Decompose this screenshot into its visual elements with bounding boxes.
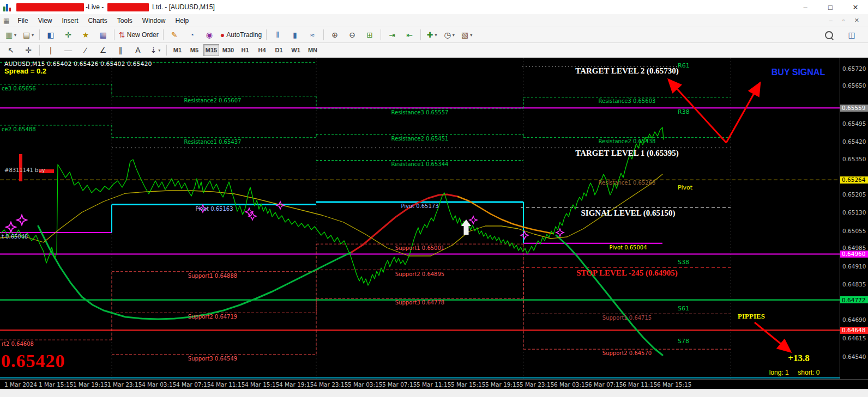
- new-chart-button[interactable]: ▥▾: [2, 28, 20, 42]
- chart-bars-icon: ‖: [276, 30, 279, 39]
- ma-slow-green-left: [38, 226, 352, 319]
- menu-help[interactable]: Help: [171, 15, 194, 26]
- arrows-tool-button[interactable]: ⇣▾: [147, 43, 164, 57]
- child-close-button[interactable]: ✕: [854, 17, 859, 24]
- timeframe-d1[interactable]: D1: [271, 44, 287, 56]
- templates-button[interactable]: ▧▾: [458, 28, 475, 42]
- community-button[interactable]: ◫: [843, 28, 860, 42]
- chart-area[interactable]: AUDUSD,M15 0.65402 0.65426 0.65402 0.654…: [0, 58, 868, 389]
- crosshair-button[interactable]: ✛: [20, 43, 37, 57]
- timeframe-w1[interactable]: W1: [288, 44, 304, 56]
- timeframe-h4[interactable]: H4: [254, 44, 270, 56]
- strategy-tester-button[interactable]: ◔: [183, 28, 201, 42]
- menu-charts[interactable]: Charts: [83, 15, 112, 26]
- minimize-button[interactable]: –: [793, 0, 818, 14]
- autotrading-button[interactable]: ●AutoTrading: [218, 28, 264, 42]
- text-label-button[interactable]: A: [129, 43, 147, 57]
- terminal-button[interactable]: ▦: [94, 28, 112, 42]
- time-label: 4 Mar 11:15: [210, 381, 245, 388]
- redaction-broker-name: [16, 3, 84, 11]
- menu-insert[interactable]: Insert: [57, 15, 83, 26]
- profiles-icon: ▤: [23, 30, 30, 39]
- metaeditor-icon: ✎: [171, 30, 178, 39]
- toolbar-separator: [39, 29, 40, 40]
- trendline-angle-icon: ∠: [100, 46, 107, 54]
- menu-tools[interactable]: Tools: [112, 15, 137, 26]
- timeframe-m30[interactable]: M30: [220, 44, 236, 56]
- horizontal-line-button[interactable]: ―: [59, 43, 77, 57]
- price-tick: 0.65055: [842, 228, 866, 234]
- timeframe-mn[interactable]: MN: [305, 44, 321, 56]
- ma-slow-green-right: [556, 235, 662, 355]
- time-label: 4 Mar 15:15: [245, 381, 279, 388]
- new-chart-icon: ▥: [5, 30, 13, 39]
- window-title-prefix: -Live -: [86, 3, 106, 11]
- time-label: 4 Mar 23:15: [314, 381, 348, 388]
- search-icon: [825, 31, 833, 39]
- timeframe-m1[interactable]: M1: [170, 44, 185, 56]
- time-label: 6 Mar 03:15: [554, 381, 588, 388]
- text-label-icon: A: [135, 46, 140, 54]
- time-label: 6 Mar 07:15: [588, 381, 623, 388]
- cursor-button[interactable]: ↖: [2, 43, 20, 57]
- chart-shift-button[interactable]: ⇤: [401, 28, 418, 42]
- toolbar-separator: [323, 29, 324, 40]
- chart-line-icon: ≈: [310, 30, 315, 39]
- new-order-label: New Order: [127, 31, 159, 39]
- child-restore-button[interactable]: ▫: [842, 17, 845, 24]
- tile-windows-button[interactable]: ⊞: [361, 28, 378, 42]
- price-tick: 0.65495: [842, 120, 866, 127]
- profiles-button[interactable]: ▤▾: [20, 28, 37, 42]
- diamond-signal-icon: [199, 205, 207, 212]
- vertical-line-button[interactable]: ∣: [42, 43, 59, 57]
- price-tick: 0.65650: [842, 82, 866, 89]
- price-tick: 0.64540: [842, 353, 866, 360]
- time-label: 5 Mar 07:15: [382, 381, 417, 388]
- chart-line-button[interactable]: ≈: [304, 28, 321, 42]
- indicators-icon: ✚: [427, 30, 433, 39]
- navigator-button[interactable]: ★: [77, 28, 94, 42]
- menu-file[interactable]: File: [13, 15, 33, 26]
- chevron-down-icon: ▾: [32, 33, 34, 38]
- price-scale[interactable]: 0.657200.656500.654950.654200.653500.652…: [840, 58, 868, 379]
- metaeditor-button[interactable]: ✎: [166, 28, 183, 42]
- toolbar-separator: [163, 29, 164, 40]
- close-button[interactable]: ✕: [843, 0, 868, 14]
- menu-view[interactable]: View: [33, 15, 57, 26]
- zoom-out-button[interactable]: ⊖: [343, 28, 361, 42]
- periods-button[interactable]: ◷▾: [441, 28, 458, 42]
- trendline-angle-button[interactable]: ∠: [94, 43, 112, 57]
- timeframe-h1[interactable]: H1: [237, 44, 253, 56]
- time-axis[interactable]: 1 Mar 20241 Mar 15:151 Mar 19:151 Mar 23…: [0, 379, 868, 389]
- indicators-button[interactable]: ✚▾: [423, 28, 441, 42]
- chart-candles-icon: ▮: [293, 30, 297, 39]
- equidistant-channel-icon: ∥: [119, 46, 123, 54]
- zoom-in-button[interactable]: ⊕: [326, 28, 343, 42]
- auto-scroll-button[interactable]: ⇥: [383, 28, 401, 42]
- equidistant-channel-button[interactable]: ∥: [112, 43, 129, 57]
- red-arrow-pips: [755, 322, 791, 352]
- toolbar-separator: [266, 29, 267, 40]
- price-tick: 0.65420: [842, 138, 866, 145]
- alerts-button[interactable]: ◉: [201, 28, 218, 42]
- autotrading-icon: ●: [220, 30, 225, 39]
- data-window-button[interactable]: ✛: [59, 28, 77, 42]
- trendline-icon: ∕: [85, 46, 86, 54]
- new-order-button[interactable]: ⇅New Order: [117, 28, 161, 42]
- child-minimize-button[interactable]: –: [829, 17, 833, 24]
- chart-candles-button[interactable]: ▮: [286, 28, 304, 42]
- chart-bars-button[interactable]: ‖: [269, 28, 286, 42]
- market-watch-button[interactable]: ◧: [42, 28, 59, 42]
- maximize-button[interactable]: □: [818, 0, 843, 14]
- alerts-icon: ◉: [206, 30, 213, 39]
- time-label: 5 Mar 03:15: [348, 381, 382, 388]
- timeframe-m15[interactable]: M15: [203, 44, 219, 56]
- menu-window[interactable]: Window: [137, 15, 171, 26]
- price-level-box: 0.64960: [840, 251, 868, 258]
- trendline-button[interactable]: ∕: [77, 43, 94, 57]
- search-button[interactable]: [820, 28, 837, 42]
- drawing-toolbar: ↖✛∣―∕∠∥A⇣▾M1M5M15M30H1H4D1W1MN: [0, 43, 868, 58]
- time-label: 5 Mar 19:15: [485, 381, 520, 388]
- horizontal-line-icon: ―: [64, 46, 72, 54]
- timeframe-m5[interactable]: M5: [186, 44, 202, 56]
